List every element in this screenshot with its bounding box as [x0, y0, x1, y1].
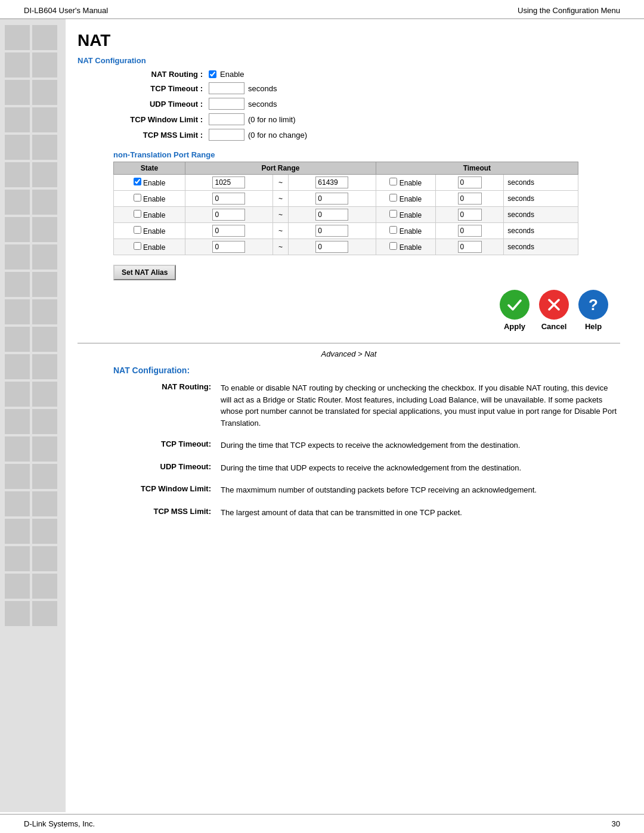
timeout-state-checkbox[interactable] — [389, 210, 397, 218]
sidebar-cell — [5, 519, 30, 544]
page-footer: D-Link Systems, Inc. 30 — [0, 814, 644, 833]
timeout-state-checkbox[interactable] — [389, 178, 397, 185]
timeout-state-label: Enable — [397, 243, 422, 252]
cancel-button[interactable] — [539, 290, 569, 320]
udp-timeout-row: UDP Timeout : 120 seconds — [113, 98, 620, 110]
desc-text: The maxmimum number of outstanding packe… — [221, 484, 620, 496]
sidebar-cell — [32, 519, 57, 544]
row-state-checkbox[interactable] — [134, 210, 141, 218]
timeout-state-checkbox[interactable] — [389, 226, 397, 234]
footer-right: 30 — [612, 819, 620, 828]
timeout-value-input[interactable] — [458, 176, 482, 188]
nat-form: NAT Routing : Enable TCP Timeout : 300 s… — [113, 70, 620, 141]
sidebar-cell — [5, 52, 30, 78]
sidebar-cell — [5, 244, 30, 270]
sidebar-cell — [32, 299, 57, 324]
x-icon — [545, 296, 563, 314]
nat-routing-checkbox[interactable] — [209, 70, 216, 78]
timeout-state-label: Enable — [397, 227, 422, 236]
description-rows: NAT Routing:To enable or disable NAT rou… — [113, 382, 620, 518]
port-from-input[interactable] — [212, 193, 245, 205]
help-button[interactable]: ? — [578, 290, 608, 320]
sidebar-cell — [5, 25, 30, 50]
desc-row: TCP MSS Limit:The largest amount of data… — [113, 507, 620, 519]
sidebar-cell — [32, 354, 57, 379]
sidebar-cell — [32, 272, 57, 297]
timeout-unit: seconds — [504, 175, 578, 191]
timeout-value-input[interactable] — [458, 241, 482, 253]
tcp-mss-hint: (0 for no change) — [248, 131, 307, 140]
apply-button-group: Apply — [500, 290, 530, 331]
sidebar-cell — [5, 382, 30, 407]
sidebar-cell — [5, 436, 30, 462]
row-state-checkbox[interactable] — [134, 194, 141, 202]
port-range-tilde: ~ — [273, 223, 288, 239]
timeout-state-label: Enable — [397, 195, 422, 203]
port-range-tilde: ~ — [273, 191, 288, 207]
sidebar-cell — [5, 80, 30, 105]
timeout-value-input[interactable] — [458, 193, 482, 205]
udp-timeout-input[interactable]: 120 — [209, 98, 244, 110]
row-state-checkbox[interactable] — [134, 226, 141, 234]
sidebar-cell — [5, 190, 30, 215]
udp-timeout-label: UDP Timeout : — [113, 100, 209, 109]
nat-routing-label: NAT Routing : — [113, 70, 209, 79]
timeout-value-input[interactable] — [458, 209, 482, 221]
sidebar-cell — [32, 436, 57, 462]
set-nat-alias-button[interactable]: Set NAT Alias — [113, 265, 176, 280]
port-to-input[interactable] — [315, 176, 348, 188]
udp-timeout-unit: seconds — [248, 100, 277, 109]
apply-button[interactable] — [500, 290, 530, 320]
port-to-input[interactable] — [315, 209, 348, 221]
breadcrumb: Advanced > Nat — [78, 349, 620, 358]
sidebar-cell — [5, 409, 30, 434]
nat-routing-control: Enable — [209, 70, 244, 79]
main-layout: NAT NAT Configuration NAT Routing : Enab… — [0, 19, 644, 812]
tcp-timeout-unit: seconds — [248, 84, 277, 93]
port-to-input[interactable] — [315, 225, 348, 237]
tcp-window-input[interactable]: 0 — [209, 113, 244, 125]
sidebar-cell — [32, 491, 57, 516]
sidebar-cell — [32, 52, 57, 78]
timeout-value-input[interactable] — [458, 225, 482, 237]
desc-text: During the time that UDP expects to rece… — [221, 462, 620, 474]
port-from-input[interactable] — [212, 209, 245, 221]
tcp-mss-control: 0 (0 for no change) — [209, 129, 307, 141]
port-from-input[interactable] — [212, 241, 245, 253]
desc-text: To enable or disable NAT routing by chec… — [221, 382, 620, 429]
row-state-label: Enable — [141, 243, 166, 252]
port-to-input[interactable] — [315, 193, 348, 205]
row-state-checkbox[interactable] — [134, 242, 141, 250]
page-title: NAT — [78, 31, 620, 50]
tcp-mss-input[interactable]: 0 — [209, 129, 244, 141]
sidebar-cell — [5, 299, 30, 324]
sidebar-cell — [5, 217, 30, 242]
nat-routing-row: NAT Routing : Enable — [113, 70, 620, 79]
sidebar-cell — [5, 491, 30, 516]
sidebar-cell — [32, 464, 57, 489]
row-state-checkbox[interactable] — [134, 178, 141, 185]
sidebar-cell — [32, 107, 57, 132]
sidebar-cell — [5, 272, 30, 297]
desc-row: NAT Routing:To enable or disable NAT rou… — [113, 382, 620, 429]
port-to-input[interactable] — [315, 241, 348, 253]
sidebar-cell — [32, 80, 57, 105]
table-row: Enable~ Enableseconds — [114, 191, 578, 207]
table-row: Enable~ Enableseconds — [114, 239, 578, 255]
sidebar-cell — [5, 601, 30, 626]
port-from-input[interactable] — [212, 176, 245, 188]
divider-1 — [78, 343, 620, 343]
port-from-input[interactable] — [212, 225, 245, 237]
timeout-state-checkbox[interactable] — [389, 194, 397, 202]
sidebar-cell — [32, 162, 57, 187]
port-table: State Port Range Timeout Enable~ Enables… — [113, 162, 578, 255]
table-row: Enable~ Enableseconds — [114, 223, 578, 239]
tcp-timeout-control: 300 seconds — [209, 82, 277, 94]
tcp-timeout-input[interactable]: 300 — [209, 82, 244, 94]
apply-label: Apply — [504, 322, 525, 331]
sidebar-cell — [5, 162, 30, 187]
table-row: Enable~ Enableseconds — [114, 207, 578, 223]
nat-config-section-title: NAT Configuration — [78, 56, 620, 65]
footer-left: D-Link Systems, Inc. — [24, 819, 95, 828]
timeout-state-checkbox[interactable] — [389, 242, 397, 250]
